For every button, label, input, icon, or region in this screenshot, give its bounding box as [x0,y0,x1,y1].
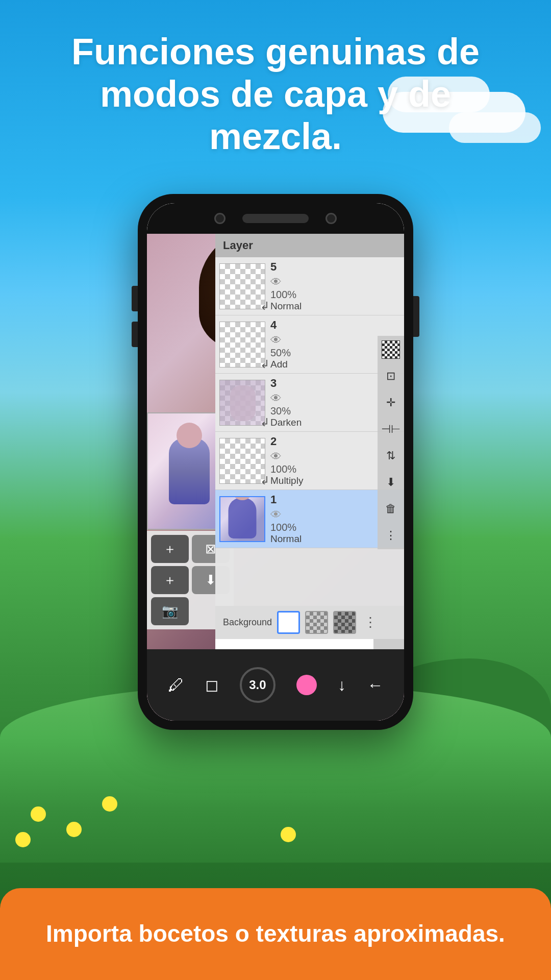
layer-item-5[interactable]: 5 👁 100% Normal ↲ [215,257,404,315]
camera-button[interactable]: 📷 [151,597,189,625]
phone-outer: ＋ ⊠ ＋ ⬇ 📷 Layer [138,194,413,730]
flip-vertical-icon[interactable]: ⇅ [380,445,402,467]
flower-2 [66,822,82,837]
layer-5-opacity: 100% [270,289,296,301]
brush-tool-icon[interactable]: 🖊 [168,676,184,695]
flower-3 [15,832,31,847]
layer-2-mode[interactable]: Multiply [270,475,303,486]
delete-icon[interactable]: 🗑 [380,498,402,520]
bottom-banner-text: Importa bocetos o texturas aproximadas. [46,920,505,948]
layer-1-number: 1 [270,493,277,506]
phone-mockup: ＋ ⊠ ＋ ⬇ 📷 Layer [138,194,413,730]
brush-size-indicator[interactable]: 3.0 [240,667,276,703]
layer-5-thumbnail [219,263,265,309]
layer-3-mode[interactable]: Darken [270,417,302,428]
layer-panel: Layer 5 👁 100% Normal ↲ [215,234,404,680]
headline-text: Funciones genuinas de modos de capa y de… [31,31,520,157]
layer-4-mode[interactable]: Add [270,359,288,370]
flower-5 [281,827,296,842]
headline-section: Funciones genuinas de modos de capa y de… [0,31,551,157]
layer-5-visibility-icon[interactable]: 👁 [270,276,282,289]
layer-4-thumbnail [219,322,265,368]
notch-speaker [242,214,309,223]
color-picker-icon[interactable] [296,675,317,695]
layer-4-arrow: ↲ [260,358,269,371]
power-button [413,296,419,337]
layer-5-number: 5 [270,260,277,274]
layer-3-number: 3 [270,377,277,390]
layer-1-opacity: 100% [270,522,296,533]
move-icon[interactable]: ✛ [380,391,402,414]
layer-3-visibility-icon[interactable]: 👁 [270,392,282,405]
layer-2-opacity: 100% [270,463,296,475]
flower-4 [102,796,117,812]
layer-4-visibility-icon[interactable]: 👁 [270,334,282,347]
layer-3-figure [230,385,256,421]
phone-screen: ＋ ⊠ ＋ ⬇ 📷 Layer [147,234,404,721]
bg-option-checker-light[interactable] [305,611,328,634]
layer-4-opacity: 50% [270,347,291,359]
chess-pattern-icon [382,340,400,359]
flip-horizontal-icon[interactable]: ⊣⊢ [380,418,402,440]
layer-5-mode[interactable]: Normal [270,301,302,312]
redo-icon[interactable]: ← [367,676,383,695]
bg-more-options[interactable]: ⋮ [364,615,377,630]
bg-option-white[interactable] [277,611,300,634]
layer-item-4[interactable]: 4 👁 50% Add ↲ [215,315,404,374]
layer-2-thumbnail [219,438,265,484]
layer-item-3[interactable]: 3 👁 30% Darken ↲ [215,374,404,432]
flower-1 [31,806,46,822]
right-icons-panel: ⊡ ✛ ⊣⊢ ⇅ ⬇ 🗑 ⋮ [378,336,404,549]
layer-3-thumbnail [219,380,265,426]
eraser-tool-icon[interactable]: ◻ [205,675,219,695]
volume-up-button [132,286,138,311]
layer-3-arrow: ↲ [260,416,269,429]
thumb-head [177,423,202,448]
layer-1-visibility-icon[interactable]: 👁 [270,508,282,522]
more-options-icon[interactable]: ⋮ [380,524,402,547]
front-camera-right [325,213,337,224]
layer-4-number: 4 [270,318,277,332]
phone-bottom-toolbar: 🖊 ◻ 3.0 ↓ ← [147,649,404,721]
front-camera-left [214,213,226,224]
transform-icon[interactable]: ⊡ [380,365,402,387]
bottom-banner: Importa bocetos o texturas aproximadas. [0,888,551,980]
volume-down-button [132,322,138,347]
add-layer-button[interactable]: ＋ [151,535,189,563]
layer-2-visibility-icon[interactable]: 👁 [270,450,282,463]
layer-1-mode[interactable]: Normal [270,533,302,545]
layer-2-arrow: ↲ [260,474,269,487]
bg-option-checker-dark[interactable] [333,611,356,634]
add-folder-button[interactable]: ＋ [151,566,189,594]
checkerboard-icon[interactable] [380,338,402,361]
layer-item-2[interactable]: 2 👁 100% Multiply ↲ [215,432,404,490]
layer-1-thumbnail [219,496,265,542]
download-icon[interactable]: ⬇ [380,471,402,494]
phone-notch [147,203,404,234]
layer-item-1[interactable]: 1 👁 100% Normal [215,490,404,548]
layer-5-arrow: ↲ [260,300,269,313]
layer-2-number: 2 [270,435,277,448]
layer-5-info: 5 👁 100% Normal [265,260,400,312]
background-selector: Background ⋮ [215,606,404,639]
thumb-figure [169,438,210,504]
undo-icon[interactable]: ↓ [338,676,346,695]
phone-inner: ＋ ⊠ ＋ ⬇ 📷 Layer [147,203,404,721]
layer-1-figure-body [229,498,257,538]
background-label: Background [223,617,272,628]
layer-panel-header: Layer [215,234,404,257]
layer-3-opacity: 30% [270,405,291,417]
